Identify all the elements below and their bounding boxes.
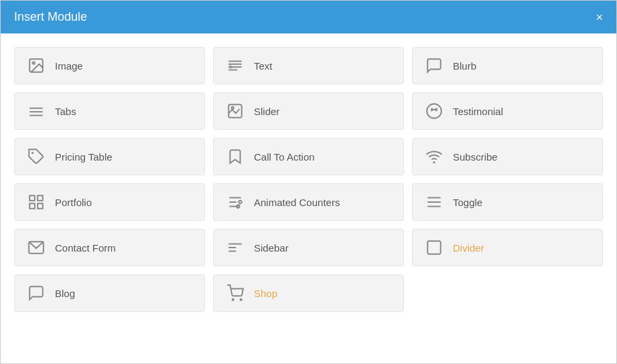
svg-rect-34 (427, 241, 441, 254)
sidebar-icon (226, 239, 245, 256)
call-to-action-label: Call To Action (254, 151, 315, 163)
shop-label: Shop (254, 288, 277, 299)
module-item-call-to-action[interactable]: Call To Action (213, 138, 404, 175)
module-item-divider[interactable]: Divider (412, 229, 603, 266)
portfolio-icon (27, 193, 46, 211)
blog-icon (27, 284, 46, 302)
svg-point-35 (232, 299, 234, 300)
slider-icon (226, 102, 245, 120)
tabs-label: Tabs (55, 106, 76, 117)
testimonial-icon (425, 102, 443, 120)
svg-text:≡: ≡ (228, 63, 232, 70)
contact-form-icon (27, 239, 46, 256)
svg-point-13 (427, 104, 441, 118)
subscribe-icon (425, 148, 443, 165)
svg-rect-18 (29, 195, 35, 201)
module-item-subscribe[interactable]: Subscribe (412, 138, 603, 175)
module-item-blog[interactable]: Blog (14, 274, 205, 312)
blog-label: Blog (55, 288, 75, 299)
divider-icon (425, 239, 443, 256)
svg-point-25 (238, 201, 241, 203)
svg-rect-21 (38, 203, 43, 209)
tabs-icon (27, 102, 46, 120)
module-item-testimonial[interactable]: Testimonial (412, 92, 603, 130)
animated-counters-label: Animated Counters (254, 197, 340, 208)
sidebar-label: Sidebar (254, 242, 289, 254)
text-icon: ≡ (226, 57, 245, 74)
module-item-sidebar[interactable]: Sidebar (213, 229, 404, 266)
modal-header: Insert Module × (1, 1, 616, 33)
shop-icon (226, 284, 245, 302)
module-item-slider[interactable]: Slider (213, 92, 404, 130)
module-item-portfolio[interactable]: Portfolio (14, 183, 205, 221)
module-item-toggle[interactable]: Toggle (412, 183, 603, 221)
module-grid: Image≡TextBlurbTabsSliderTestimonialPric… (1, 33, 616, 318)
blurb-label: Blurb (453, 60, 476, 72)
svg-rect-20 (29, 203, 35, 209)
toggle-icon (425, 193, 443, 211)
insert-module-modal: Insert Module × Image≡TextBlurbTabsSlide… (0, 0, 617, 364)
text-label: Text (254, 60, 273, 72)
module-item-text[interactable]: ≡Text (213, 47, 404, 84)
svg-point-36 (241, 299, 242, 300)
pricing-table-label: Pricing Table (55, 151, 113, 163)
testimonial-label: Testimonial (453, 106, 503, 117)
animated-counters-icon (226, 193, 245, 211)
modal-title: Insert Module (14, 10, 87, 24)
toggle-label: Toggle (453, 197, 482, 208)
module-item-image[interactable]: Image (14, 47, 205, 84)
call-to-action-icon (226, 148, 245, 165)
module-item-shop[interactable]: Shop (213, 274, 404, 312)
blurb-icon (425, 57, 443, 74)
module-item-pricing-table[interactable]: Pricing Table (14, 138, 205, 175)
module-item-animated-counters[interactable]: Animated Counters (213, 183, 404, 221)
svg-point-1 (33, 62, 35, 64)
image-label: Image (55, 60, 83, 72)
contact-form-label: Contact Form (55, 242, 116, 254)
module-item-tabs[interactable]: Tabs (14, 92, 205, 130)
subscribe-label: Subscribe (453, 151, 498, 163)
portfolio-label: Portfolio (55, 197, 92, 208)
module-item-blurb[interactable]: Blurb (412, 47, 603, 84)
slider-label: Slider (254, 106, 279, 117)
divider-label: Divider (453, 242, 484, 254)
close-button[interactable]: × (596, 11, 603, 23)
pricing-table-icon (27, 148, 46, 165)
module-item-contact-form[interactable]: Contact Form (14, 229, 205, 266)
svg-point-12 (232, 107, 234, 109)
svg-rect-19 (38, 195, 43, 201)
image-icon (27, 57, 46, 74)
